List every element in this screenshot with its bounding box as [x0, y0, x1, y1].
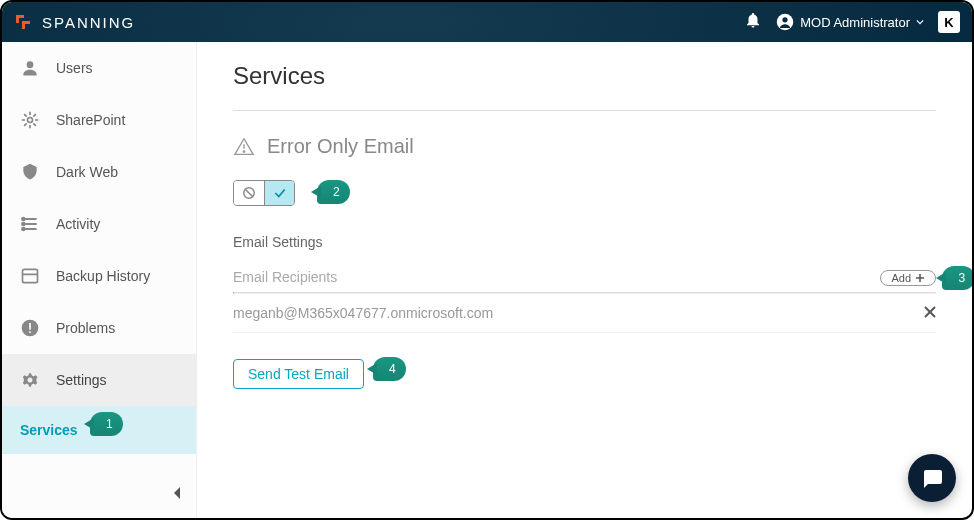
backup-history-icon: [20, 266, 40, 286]
plus-icon: [915, 273, 925, 283]
k-badge-icon[interactable]: K: [938, 11, 960, 33]
svg-rect-14: [29, 331, 31, 333]
notifications-icon[interactable]: [744, 11, 762, 33]
annotation-badge-1: 1: [90, 412, 123, 436]
svg-point-1: [783, 17, 788, 22]
section-title: Error Only Email: [267, 135, 414, 158]
annotation-badge-3: 3: [942, 266, 972, 290]
send-test-email-button[interactable]: Send Test Email: [233, 359, 364, 389]
sidebar-item-label: Services: [20, 422, 78, 438]
sidebar-item-label: SharePoint: [56, 112, 125, 128]
user-icon: [776, 13, 794, 31]
sidebar-item-backup-history[interactable]: Backup History: [2, 250, 196, 302]
user-menu[interactable]: MOD Administrator: [776, 13, 924, 31]
main-content: Services Error Only Email 2 Email Settin…: [197, 42, 972, 518]
sidebar-item-activity[interactable]: Activity: [2, 198, 196, 250]
settings-icon: [20, 370, 40, 390]
add-recipient-button[interactable]: Add: [880, 270, 936, 286]
remove-recipient-button[interactable]: [924, 304, 936, 322]
toggle-off-button[interactable]: [234, 181, 264, 205]
chat-icon: [920, 466, 944, 490]
recipient-email: meganb@M365x047677.onmicrosoft.com: [233, 305, 493, 321]
sidebar-item-problems[interactable]: Problems: [2, 302, 196, 354]
darkweb-icon: [20, 162, 40, 182]
chevron-left-icon: [172, 486, 182, 500]
error-email-toggle[interactable]: [233, 180, 295, 206]
divider: [233, 110, 936, 111]
sidebar-item-label: Problems: [56, 320, 115, 336]
header-right: MOD Administrator K: [744, 11, 960, 33]
sidebar-item-darkweb[interactable]: Dark Web: [2, 146, 196, 198]
sidebar-item-settings[interactable]: Settings: [2, 354, 196, 406]
svg-point-9: [22, 228, 25, 231]
svg-point-7: [22, 218, 25, 221]
sidebar: Users SharePoint Dark Web Activity Backu…: [2, 42, 197, 518]
problems-icon: [20, 318, 40, 338]
chevron-down-icon: [916, 18, 924, 26]
sharepoint-icon: [20, 110, 40, 130]
email-settings-heading: Email Settings: [233, 234, 936, 250]
svg-point-8: [22, 223, 25, 226]
header-brand: SPANNING: [14, 13, 135, 31]
sidebar-item-users[interactable]: Users: [2, 42, 196, 94]
app-header: SPANNING MOD Administrator K: [2, 2, 972, 42]
page-title: Services: [233, 62, 936, 90]
sidebar-collapse-button[interactable]: [2, 472, 196, 518]
svg-point-16: [243, 150, 244, 151]
activity-icon: [20, 214, 40, 234]
recipients-header-row: Email Recipients Add 3: [233, 268, 936, 286]
check-icon: [273, 186, 287, 200]
section-header: Error Only Email: [233, 135, 936, 158]
users-icon: [20, 58, 40, 78]
chat-support-button[interactable]: [908, 454, 956, 502]
sidebar-item-label: Backup History: [56, 268, 150, 284]
sidebar-item-label: Activity: [56, 216, 100, 232]
svg-rect-13: [29, 323, 31, 330]
svg-line-18: [245, 189, 253, 197]
disable-icon: [242, 186, 256, 200]
sidebar-item-sharepoint[interactable]: SharePoint: [2, 94, 196, 146]
brand-logo-icon: [14, 13, 32, 31]
add-button-label: Add: [891, 272, 911, 284]
brand-name: SPANNING: [42, 14, 135, 31]
toggle-on-button[interactable]: [264, 181, 294, 205]
sidebar-item-label: Dark Web: [56, 164, 118, 180]
sidebar-item-label: Users: [56, 60, 93, 76]
svg-point-2: [27, 61, 34, 68]
recipient-item: meganb@M365x047677.onmicrosoft.com: [233, 294, 936, 333]
user-label: MOD Administrator: [800, 15, 910, 30]
svg-point-3: [28, 118, 33, 123]
sidebar-item-services[interactable]: Services 1: [2, 406, 196, 454]
warning-triangle-icon: [233, 136, 255, 158]
recipients-label: Email Recipients: [233, 269, 337, 285]
sidebar-item-label: Settings: [56, 372, 107, 388]
annotation-badge-4: 4: [373, 357, 406, 381]
svg-rect-10: [23, 269, 38, 282]
close-icon: [924, 306, 936, 318]
annotation-badge-2: 2: [317, 180, 350, 204]
